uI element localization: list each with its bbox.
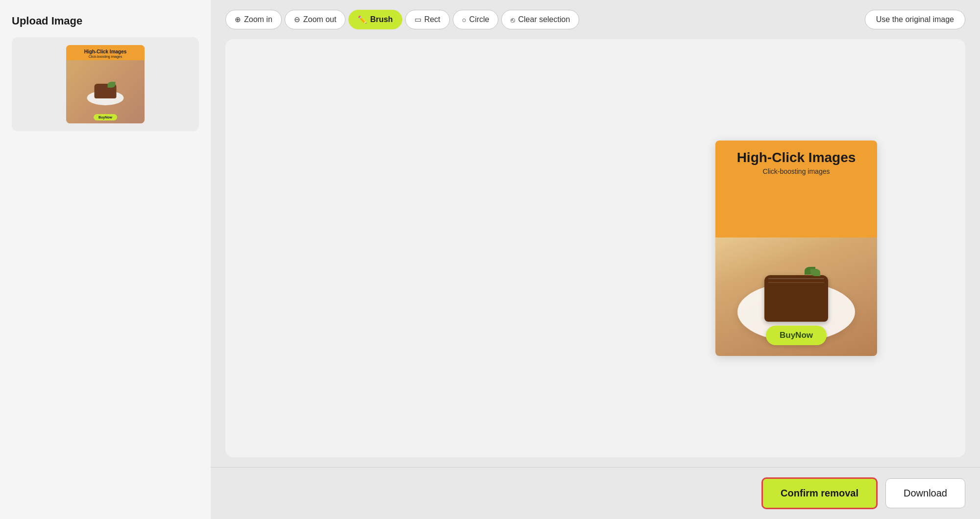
ad-buy-button: BuyNow	[766, 326, 827, 345]
ad-subtitle: Click-boosting images	[723, 167, 869, 175]
brush-button[interactable]: ✏️ Brush	[348, 10, 402, 29]
canvas: High-Click Images Click-boosting images …	[225, 39, 965, 457]
toolbar-tools: ⊕ Zoom in ⊖ Zoom out ✏️ Brush ▭ Rect ○ C…	[225, 10, 861, 29]
rect-icon: ▭	[415, 15, 421, 24]
use-original-button[interactable]: Use the original image	[865, 10, 965, 29]
toolbar: ⊕ Zoom in ⊖ Zoom out ✏️ Brush ▭ Rect ○ C…	[211, 0, 980, 39]
clear-icon: ⎋	[511, 16, 515, 24]
canvas-container: High-Click Images Click-boosting images …	[211, 39, 980, 467]
ad-title: High-Click Images	[723, 150, 869, 165]
thumbnail-card: High-Click Images Click-boosting images …	[12, 37, 199, 131]
zoom-out-icon: ⊖	[294, 15, 300, 24]
main-area: ⊕ Zoom in ⊖ Zoom out ✏️ Brush ▭ Rect ○ C…	[211, 0, 980, 519]
sidebar-title: Upload Image	[12, 15, 199, 27]
thumbnail-image: High-Click Images Click-boosting images …	[66, 45, 145, 123]
sidebar: Upload Image High-Click Images Click-boo…	[0, 0, 211, 519]
zoom-in-icon: ⊕	[235, 15, 241, 24]
zoom-out-button[interactable]: ⊖ Zoom out	[285, 10, 346, 29]
download-button[interactable]: Download	[885, 478, 965, 508]
circle-button[interactable]: ○ Circle	[453, 10, 499, 29]
zoom-in-button[interactable]: ⊕ Zoom in	[225, 10, 282, 29]
brush-icon: ✏️	[358, 15, 367, 24]
clear-selection-button[interactable]: ⎋ Clear selection	[501, 10, 579, 29]
confirm-removal-button[interactable]: Confirm removal	[761, 477, 878, 509]
circle-icon: ○	[462, 16, 466, 24]
action-bar: Confirm removal Download	[211, 467, 980, 519]
ad-image: High-Click Images Click-boosting images …	[715, 141, 877, 356]
rect-button[interactable]: ▭ Rect	[405, 10, 450, 29]
